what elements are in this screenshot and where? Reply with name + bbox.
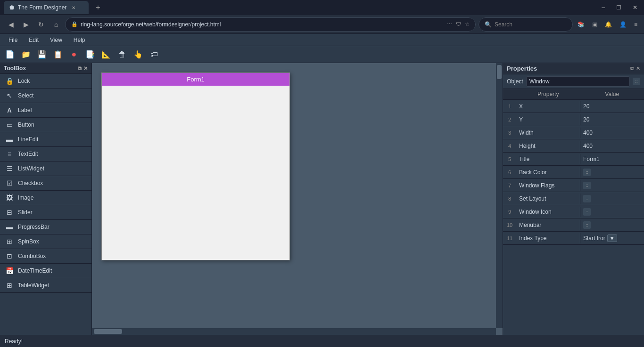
props-row-val-backcolor: :: (580, 167, 644, 178)
maximize-button[interactable]: ☐ (613, 3, 624, 12)
toolbar-save[interactable]: 💾 (35, 48, 49, 61)
menu-icon[interactable]: ≡ (632, 20, 639, 29)
sidebar-icon[interactable]: ▣ (590, 20, 599, 29)
tool-select[interactable]: ↖ Select (0, 89, 91, 103)
properties-panel: Properties ⧉ ✕ Object Window :: Property… (503, 63, 644, 335)
shield-icon[interactable]: 🛡 (456, 21, 461, 27)
properties-title: Properties (507, 65, 537, 72)
form-body[interactable] (102, 86, 289, 260)
close-button[interactable]: ✕ (630, 3, 640, 12)
windowflags-edit-btn[interactable]: :: (583, 182, 591, 189)
tool-tablewidget[interactable]: ⊞ TableWidget (0, 278, 91, 293)
toolbox-scroll[interactable]: 🔒 Lock ↖ Select A Label ▭ Button ▬ LineE… (0, 74, 91, 335)
tool-spinbox[interactable]: ⊞ SpinBox (0, 234, 91, 249)
bell-icon[interactable]: 🔔 (603, 20, 614, 29)
props-row-key-backcolor: Back Color (516, 167, 580, 178)
props-row-key-height: Height (516, 141, 580, 151)
button-icon: ▭ (5, 120, 14, 129)
select-icon: ↖ (5, 91, 14, 100)
setlayout-edit-btn[interactable]: :: (583, 195, 591, 202)
menu-edit[interactable]: Edit (24, 36, 43, 44)
tool-slider-label: Slider (18, 209, 33, 216)
back-button[interactable]: ◀ (5, 18, 17, 31)
menu-help[interactable]: Help (69, 36, 90, 44)
props-float-button[interactable]: ⧉ (630, 65, 634, 72)
toolbar-select[interactable]: 👆 (131, 48, 145, 61)
tool-image[interactable]: 🖼 Image (0, 191, 91, 205)
menu-file[interactable]: File (4, 36, 22, 44)
tool-combobox-label: ComboBox (18, 253, 46, 259)
props-col-value: Value (580, 89, 644, 99)
tool-lock[interactable]: 🔒 Lock (0, 74, 91, 89)
url-text: ring-lang.sourceforge.net/web/formdesign… (81, 21, 444, 28)
tool-label[interactable]: A Label (0, 103, 91, 118)
tool-checkbox[interactable]: ☑ Checkbox (0, 176, 91, 191)
canvas-hscroll[interactable] (92, 328, 496, 335)
props-close-button[interactable]: ✕ (636, 65, 640, 72)
toolbar-copy[interactable]: 📑 (83, 48, 97, 61)
tool-datetimeedit[interactable]: 📅 DateTimeEdit (0, 264, 91, 278)
refresh-button[interactable]: ↻ (35, 18, 47, 31)
properties-header: Properties ⧉ ✕ (503, 63, 644, 74)
browser-titlebar: ⬟ The Form Designer ✕ + – ☐ ✕ (0, 0, 644, 15)
window-controls: – ☐ ✕ (599, 3, 640, 12)
home-button[interactable]: ⌂ (50, 18, 62, 31)
address-bar[interactable]: 🔒 ring-lang.sourceforge.net/web/formdesi… (65, 17, 476, 32)
tool-progressbar[interactable]: ▬ ProgressBar (0, 220, 91, 234)
canvas-vscroll-thumb[interactable] (497, 65, 502, 79)
combobox-icon: ⊡ (5, 251, 14, 261)
tool-combobox[interactable]: ⊡ ComboBox (0, 249, 91, 264)
tool-listwidget[interactable]: ☰ ListWidget (0, 161, 91, 176)
new-tab-button[interactable]: + (92, 2, 104, 13)
props-row-val-windowflags: :: (580, 180, 644, 191)
datetimeedit-icon: 📅 (5, 266, 14, 275)
props-row-val-setlayout: :: (580, 193, 644, 204)
toolbar-open[interactable]: 📁 (19, 48, 33, 61)
windowicon-edit-btn[interactable]: :: (583, 208, 591, 216)
toolbar-design[interactable]: 📐 (99, 48, 113, 61)
star-icon[interactable]: ☆ (465, 21, 470, 27)
props-row-num-2: 2 (503, 115, 516, 124)
toolbox-float-button[interactable]: ⧉ (78, 65, 82, 72)
tool-label-label: Label (18, 107, 32, 113)
canvas-area[interactable]: Form1 (92, 63, 503, 335)
indextype-dropdown-btn[interactable]: ▼ (607, 234, 617, 242)
tab-close-button[interactable]: ✕ (70, 4, 77, 11)
toolbox-close-button[interactable]: ✕ (83, 65, 88, 72)
props-row-key-menubar: Menubar (516, 220, 580, 230)
props-row-num-6: 6 (503, 168, 516, 177)
profile-icon[interactable]: 👤 (618, 20, 628, 29)
forward-button[interactable]: ▶ (20, 18, 32, 31)
props-row-indextype: 11 Index Type Start fror ▼ (503, 232, 644, 245)
props-row-width: 3 Width 400 (503, 126, 644, 139)
search-bar[interactable]: 🔍 Search (479, 17, 573, 32)
menubar-edit-btn[interactable]: :: (583, 221, 591, 229)
props-col-header: Property Value (503, 89, 644, 100)
canvas-hscroll-thumb[interactable] (94, 329, 122, 334)
toolbar-delete[interactable]: 🗑 (115, 48, 129, 61)
props-row-val-title: Form1 (580, 154, 644, 164)
tool-lineedit[interactable]: ▬ LineEdit (0, 132, 91, 147)
library-icon[interactable]: 📚 (576, 20, 586, 29)
bookmark-icon[interactable]: ⋯ (447, 21, 452, 27)
props-object-edit[interactable]: :: (633, 78, 640, 85)
toolbar-saveas[interactable]: 📋 (51, 48, 65, 61)
form-titlebar[interactable]: Form1 (102, 73, 289, 86)
tool-textedit[interactable]: ≡ TextEdit (0, 147, 91, 161)
toolbar-stop[interactable]: ● (67, 48, 81, 61)
minimize-button[interactable]: – (599, 3, 608, 12)
menu-view[interactable]: View (45, 36, 67, 44)
toolbar-run[interactable]: 🏷 (147, 48, 161, 61)
backcolor-edit-btn[interactable]: :: (583, 169, 591, 176)
image-icon: 🖼 (5, 193, 14, 202)
canvas-vscroll[interactable] (496, 63, 503, 328)
form-window[interactable]: Form1 (101, 73, 290, 260)
tool-button[interactable]: ▭ Button (0, 118, 91, 132)
tool-progressbar-label: ProgressBar (18, 224, 50, 230)
props-row-menubar: 10 Menubar :: (503, 218, 644, 232)
tool-slider[interactable]: ⊟ Slider (0, 205, 91, 220)
browser-tab[interactable]: ⬟ The Form Designer ✕ (4, 1, 89, 14)
tool-lineedit-label: LineEdit (18, 136, 38, 143)
props-object-select[interactable]: Window (526, 76, 630, 87)
toolbar-new[interactable]: 📄 (3, 48, 17, 61)
